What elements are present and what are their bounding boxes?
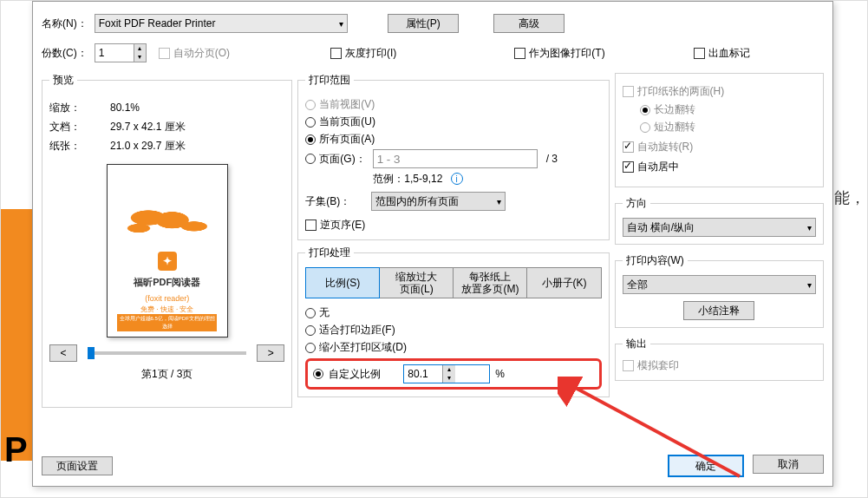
flip-short-label: 短边翻转: [654, 120, 695, 134]
subset-label: 子集(B)：: [305, 194, 368, 209]
preview-legend: 预览: [49, 73, 77, 88]
chevron-down-icon: ▾: [497, 197, 501, 206]
advanced-button[interactable]: 高级: [493, 14, 565, 33]
copies-spinner[interactable]: ▴ ▾: [95, 43, 147, 62]
output-legend: 输出: [623, 337, 650, 351]
flip-long-label: 长边翻转: [654, 102, 695, 117]
document-label: 文档：: [49, 117, 110, 136]
properties-button[interactable]: 属性(P): [388, 14, 459, 33]
grayscale-label: 灰度打印(I): [345, 46, 396, 61]
reverse-checkbox[interactable]: [305, 220, 317, 231]
as-image-checkbox[interactable]: [514, 48, 525, 59]
orientation-group: 方向 自动 横向/纵向 ▾: [615, 196, 824, 245]
spinner-down-icon[interactable]: ▾: [134, 53, 146, 62]
name-label: 名称(N)：: [42, 16, 88, 31]
collate-label: 自动分页(O): [173, 46, 230, 61]
content-select[interactable]: 全部 ▾: [623, 275, 816, 294]
spinner-down-icon[interactable]: ▾: [443, 374, 455, 383]
example-label: 范例：1,5-9,12: [373, 173, 442, 185]
cancel-button[interactable]: 取消: [753, 455, 824, 474]
subset-select[interactable]: 范围内的所有页面 ▾: [371, 192, 506, 211]
duplex-label: 打印纸张的两面(H): [637, 84, 725, 99]
bleed-checkbox[interactable]: [694, 48, 705, 59]
next-page-button[interactable]: >: [257, 344, 284, 362]
paper-value: 21.0 x 29.7 厘米: [110, 136, 186, 155]
copies-input[interactable]: [95, 44, 134, 62]
tab-scale[interactable]: 比例(S): [305, 267, 380, 298]
preview-map-graphic: [120, 199, 215, 246]
fit-margin-radio[interactable]: [305, 325, 316, 336]
content-legend: 打印内容(W): [623, 253, 688, 268]
pages-radio[interactable]: [305, 154, 316, 164]
auto-rotate-label: 自动旋转(R): [637, 140, 694, 154]
flip-short-radio: [640, 122, 650, 133]
custom-scale-label: 自定义比例: [329, 367, 381, 382]
scale-none-label: 无: [319, 305, 330, 320]
chevron-down-icon: ▾: [807, 280, 812, 290]
print-dialog: 名称(N)： Foxit PDF Reader Printer ▾ 属性(P) …: [32, 1, 833, 487]
spinner-up-icon[interactable]: ▴: [443, 365, 455, 374]
scale-none-radio[interactable]: [305, 308, 316, 318]
printer-select[interactable]: Foxit PDF Reader Printer ▾: [95, 14, 348, 33]
spinner-up-icon[interactable]: ▴: [134, 44, 146, 53]
grayscale-checkbox[interactable]: [330, 48, 342, 59]
flip-long-radio: [640, 105, 650, 115]
all-pages-label: 所有页面(A): [319, 132, 375, 147]
chevron-down-icon: ▾: [807, 223, 812, 233]
document-value: 29.7 x 42.1 厘米: [110, 117, 186, 136]
content-group: 打印内容(W) 全部 ▾ 小结注释: [615, 253, 824, 328]
output-group: 输出 模拟套印: [615, 337, 824, 381]
handling-legend: 打印处理: [305, 246, 354, 260]
custom-scale-spinner[interactable]: ▴ ▾: [403, 364, 490, 383]
handling-group: 打印处理 比例(S) 缩放过大 页面(L) 每张纸上 放置多页(M) 小册子(K…: [297, 246, 609, 397]
preview-title: 福昕PDF阅读器: [134, 276, 200, 289]
page-setup-button[interactable]: 页面设置: [42, 456, 113, 475]
custom-scale-radio[interactable]: [313, 369, 323, 379]
zoom-label: 缩放：: [49, 98, 110, 117]
background-letter: P: [4, 430, 28, 469]
paper-label: 纸张：: [49, 136, 110, 155]
auto-center-checkbox[interactable]: [623, 161, 634, 173]
collate-checkbox: [159, 48, 170, 59]
simulate-label: 模拟套印: [637, 358, 679, 373]
orientation-legend: 方向: [623, 196, 650, 211]
tab-fit[interactable]: 缩放过大 页面(L): [380, 267, 454, 298]
chevron-down-icon: ▾: [339, 19, 343, 29]
preview-footer2: 全球用户超越6.5亿，阅读PDF文档的理想选择: [117, 314, 217, 331]
zoom-value: 80.1%: [110, 98, 140, 117]
pages-total: / 3: [546, 153, 558, 165]
tab-multi[interactable]: 每张纸上 放置多页(M): [454, 267, 527, 298]
orientation-select[interactable]: 自动 横向/纵向 ▾: [623, 218, 816, 237]
outside-text: 能，: [834, 187, 865, 208]
custom-scale-input[interactable]: [404, 365, 442, 383]
preview-subtitle: (foxit reader): [145, 294, 189, 303]
bleed-label: 出血标记: [708, 46, 750, 61]
auto-rotate-checkbox: [623, 141, 634, 153]
page-slider[interactable]: [88, 351, 246, 355]
summarize-button[interactable]: 小结注释: [683, 301, 754, 320]
current-page-label: 当前页面(U): [319, 115, 375, 129]
as-image-label: 作为图像打印(T): [529, 46, 604, 61]
tab-booklet[interactable]: 小册子(K): [527, 267, 601, 298]
range-legend: 打印范围: [305, 73, 354, 88]
simulate-checkbox: [623, 360, 634, 371]
info-icon[interactable]: i: [451, 173, 463, 185]
ok-button[interactable]: 确定: [668, 455, 744, 477]
prev-page-button[interactable]: <: [49, 344, 77, 362]
foxit-logo-icon: ✦: [158, 252, 177, 271]
range-group: 打印范围 当前视图(V) 当前页面(U) 所有页面(A) 页面(G)： / 3 …: [297, 73, 609, 240]
preview-page: ✦ 福昕PDF阅读器 (foxit reader) 免费 · 快速 · 安全 全…: [107, 164, 228, 337]
shrink-radio[interactable]: [305, 343, 316, 353]
preview-group: 预览 缩放：80.1% 文档：29.7 x 42.1 厘米 纸张：21.0 x …: [42, 73, 292, 408]
custom-scale-highlight: 自定义比例 ▴ ▾ %: [305, 358, 601, 390]
all-pages-radio[interactable]: [305, 134, 316, 145]
percent-label: %: [495, 368, 505, 380]
current-view-label: 当前视图(V): [319, 97, 375, 112]
fit-margin-label: 适合打印边距(F): [319, 323, 395, 337]
current-page-radio[interactable]: [305, 117, 316, 128]
slider-thumb[interactable]: [88, 347, 95, 359]
pages-input[interactable]: [373, 149, 538, 168]
duplex-group: 打印纸张的两面(H) 长边翻转 短边翻转 自动旋转(R) 自动居中: [615, 73, 824, 187]
copies-label: 份数(C)：: [42, 46, 88, 61]
page-count: 第1页 / 3页: [49, 367, 284, 382]
